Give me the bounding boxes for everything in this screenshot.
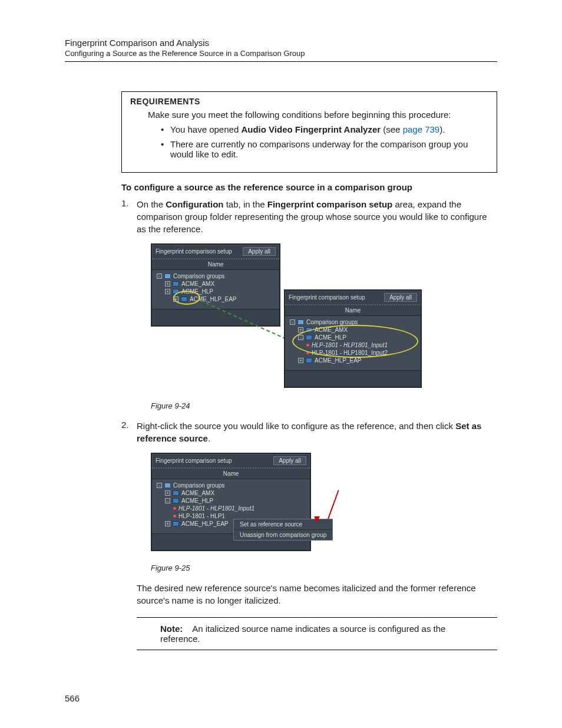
group-icon	[173, 498, 179, 503]
panel-header: Fingerprint comparison setup Apply all	[152, 454, 310, 469]
tree-root[interactable]: -Comparison groups	[157, 482, 308, 489]
group-icon	[306, 358, 312, 363]
panel-title: Fingerprint comparison setup	[289, 294, 381, 301]
step-number: 2.	[121, 420, 129, 430]
main-content: REQUIREMENTS Make sure you meet the foll…	[121, 91, 497, 650]
tree-source[interactable]: HLP-1801 - HLP1801_Input2	[290, 349, 418, 357]
note-label: Note:	[160, 624, 183, 634]
tree-source[interactable]: HLP-1801 - HLP1801_Input1	[290, 341, 418, 349]
source-icon	[173, 515, 176, 518]
label: ACME_HLP	[315, 334, 346, 341]
expand-icon[interactable]: +	[298, 327, 303, 332]
menu-unassign[interactable]: Unassign from comparison group	[234, 530, 332, 540]
t: Fingerprint comparison setup	[267, 199, 393, 209]
t: On the	[137, 199, 166, 209]
collapse-icon[interactable]: -	[157, 483, 162, 488]
note-text: An italicized source name indicates a so…	[160, 624, 445, 644]
tree-group[interactable]: -ACME_HLP	[157, 497, 308, 505]
folder-icon	[164, 274, 171, 279]
source-icon	[306, 344, 309, 347]
t: tab, in the	[224, 199, 267, 209]
label: Comparison groups	[306, 319, 358, 325]
group-icon	[306, 335, 312, 340]
req1-pre: You have opened	[170, 124, 241, 134]
label: ACME_AMX	[181, 281, 214, 287]
folder-icon	[297, 319, 304, 325]
tree-source[interactable]: HLP-1801 - HLP1801_Input1	[157, 505, 308, 512]
collapse-icon[interactable]: -	[165, 498, 170, 503]
tree-group[interactable]: +ACME_HLP	[157, 288, 277, 295]
label: ACME_HLP	[181, 498, 213, 504]
step-result: The desired new reference source's name …	[137, 582, 497, 607]
tree-group[interactable]: +ACME_AMX	[157, 280, 277, 288]
column-header: Name	[152, 469, 310, 479]
apply-all-button[interactable]: Apply all	[243, 247, 276, 256]
tree-group[interactable]: -ACME_HLP	[290, 334, 418, 341]
tree-root[interactable]: -Comparison groups	[290, 318, 418, 326]
expand-icon[interactable]: +	[165, 289, 170, 294]
group-icon	[173, 289, 179, 294]
requirements-box: REQUIREMENTS Make sure you meet the foll…	[121, 91, 497, 173]
page-link[interactable]: page 739	[403, 124, 440, 134]
expand-icon[interactable]: +	[173, 297, 178, 302]
header-title: Fingerprint Comparison and Analysis	[65, 38, 497, 48]
label: ACME_HLP	[181, 288, 213, 295]
label: Comparison groups	[173, 482, 224, 489]
tree-group[interactable]: +ACME_HLP_EAP	[290, 357, 418, 364]
expand-icon[interactable]: +	[165, 281, 170, 286]
collapse-icon[interactable]: -	[157, 274, 162, 279]
t: Right-click the source you would like to…	[137, 421, 455, 431]
tree-group[interactable]: +ACME_HLP_EAP	[157, 295, 277, 303]
group-icon	[173, 281, 179, 286]
folder-icon	[164, 483, 171, 488]
apply-all-button[interactable]: Apply all	[273, 456, 306, 465]
column-header: Name	[152, 259, 279, 270]
tree: -Comparison groups +ACME_AMX +ACME_HLP +…	[152, 270, 279, 309]
figure-9-24: Fingerprint comparison setup Apply all N…	[151, 243, 422, 397]
label: HLP-1801 - HLP1801_Input1	[312, 342, 388, 348]
step-text: Right-click the source you would like to…	[137, 420, 497, 444]
setup-panel-left: Fingerprint comparison setup Apply all N…	[151, 243, 280, 327]
tree-group[interactable]: +ACME_AMX	[157, 489, 308, 497]
group-icon	[173, 521, 179, 526]
figure-caption: Figure 9-25	[151, 564, 497, 572]
expand-icon[interactable]: +	[165, 521, 170, 526]
expand-icon[interactable]: +	[165, 490, 170, 496]
group-icon	[306, 327, 312, 332]
collapse-icon[interactable]: -	[290, 319, 295, 325]
step-2: 2. Right-click the source you would like…	[121, 420, 497, 650]
step-text: On the Configuration tab, in the Fingerp…	[137, 198, 497, 235]
group-icon	[173, 490, 179, 496]
figure-9-25: Fingerprint comparison setup Apply all N…	[151, 453, 339, 559]
requirements-intro: Make sure you meet the following conditi…	[148, 110, 488, 120]
source-icon	[306, 351, 309, 354]
label: Comparison groups	[173, 273, 224, 279]
label: HLP-1801 - HLP1	[178, 513, 225, 519]
requirements-list: You have opened Audio Video Fingerprint …	[161, 124, 488, 159]
group-icon	[181, 297, 187, 302]
column-header: Name	[285, 305, 421, 316]
tree-root[interactable]: -Comparison groups	[157, 272, 277, 280]
label: ACME_HLP_EAP	[181, 521, 228, 527]
expand-icon[interactable]: +	[298, 358, 303, 363]
t: .	[208, 433, 210, 443]
page-number: 566	[65, 693, 80, 703]
figure-caption: Figure 9-24	[151, 401, 497, 410]
label: ACME_HLP_EAP	[190, 296, 236, 302]
panel-title: Fingerprint comparison setup	[156, 248, 239, 255]
t: Configuration	[166, 199, 223, 209]
tree-group[interactable]: +ACME_AMX	[290, 326, 418, 334]
label: ACME_HLP_EAP	[315, 357, 361, 364]
requirement-item: You have opened Audio Video Fingerprint …	[161, 124, 488, 134]
apply-all-button[interactable]: Apply all	[384, 293, 417, 302]
req1-post: ).	[439, 124, 445, 134]
step-1: 1. On the Configuration tab, in the Fing…	[121, 198, 497, 410]
collapse-icon[interactable]: -	[298, 335, 303, 340]
page-header: Fingerprint Comparison and Analysis Conf…	[65, 38, 497, 62]
req1-mid: (see	[381, 124, 403, 134]
req1-bold: Audio Video Fingerprint Analyzer	[241, 124, 381, 134]
label: ACME_AMX	[315, 327, 348, 333]
requirement-item: There are currently no comparisons under…	[161, 139, 488, 159]
panel-header: Fingerprint comparison setup Apply all	[152, 245, 279, 259]
procedure-steps: 1. On the Configuration tab, in the Fing…	[121, 198, 497, 650]
